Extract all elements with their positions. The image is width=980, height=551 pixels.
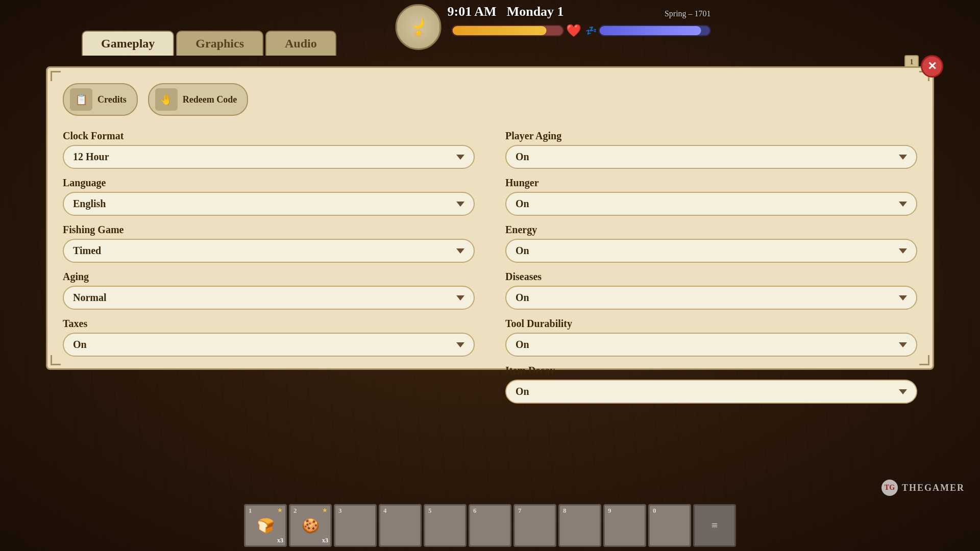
slot-4-number: 4 [383,507,387,515]
hotbar-slot-0[interactable]: 0 [648,504,691,547]
hotbar-slot-3[interactable]: 3 [334,504,377,547]
language-value: English [73,198,106,210]
item-decay-dropdown[interactable]: On [505,380,917,404]
energy-bar [599,25,711,36]
hotbar: 1 ★ 🍞 x3 2 ★ 🍪 x3 3 4 5 6 7 8 9 0 ≡ [0,500,980,551]
hunger-arrow [899,202,907,207]
tab-audio[interactable]: Audio [265,31,336,56]
hunger-dropdown[interactable]: On [505,192,917,216]
hotbar-slot-8[interactable]: 8 [558,504,601,547]
item-decay-value: On [516,386,529,397]
hud-season: Spring – 1701 [665,9,711,18]
player-aging-value: On [516,151,529,163]
hotbar-menu-button[interactable]: ≡ [693,504,736,547]
aging-value: Normal [73,292,107,304]
energy-label: Energy [505,224,917,236]
hud-day: Monday 1 [507,4,564,19]
diseases-label: Diseases [505,271,917,283]
health-bar-container: ❤️ [452,23,581,38]
health-fill [453,26,547,35]
hotbar-slot-4[interactable]: 4 [379,504,422,547]
clock-format-dropdown[interactable]: 12 Hour [63,145,475,169]
redeem-label: Redeem Code [183,94,237,105]
hotbar-slot-2[interactable]: 2 ★ 🍪 x3 [289,504,332,547]
hunger-value: On [516,198,529,210]
settings-grid: Clock Format 12 Hour Language English Fi… [63,130,917,412]
left-settings-column: Clock Format 12 Hour Language English Fi… [63,130,475,412]
language-label: Language [63,177,475,189]
hotbar-slot-7[interactable]: 7 [513,504,556,547]
setting-energy: Energy On [505,224,917,263]
tabs-container: Gameplay Graphics Audio [82,31,336,56]
menu-icon: ≡ [712,519,718,532]
slot-1-count: x3 [277,537,283,544]
taxes-dropdown[interactable]: On [63,333,475,357]
hotbar-slot-6[interactable]: 6 [469,504,511,547]
credits-icon: 📋 [70,88,92,111]
diseases-value: On [516,292,529,304]
energy-dropdown[interactable]: On [505,239,917,263]
fishing-game-dropdown[interactable]: Timed [63,239,475,263]
health-bar [452,25,564,36]
watermark-logo: TG [881,480,898,496]
tool-durability-dropdown[interactable]: On [505,333,917,357]
slot-2-star: ★ [322,507,328,514]
tab-graphics[interactable]: Graphics [176,31,263,56]
setting-clock-format: Clock Format 12 Hour [63,130,475,169]
hotbar-slot-5[interactable]: 5 [424,504,467,547]
zzz-icon: 💤 [585,25,597,36]
setting-hunger: Hunger On [505,177,917,216]
main-panel: 📋 Credits 🤚 Redeem Code Clock Format 12 … [46,66,934,370]
language-dropdown[interactable]: English [63,192,475,216]
clock-format-label: Clock Format [63,130,475,142]
redeem-button[interactable]: 🤚 Redeem Code [148,83,248,116]
setting-item-decay: Item Decay On [505,365,917,404]
clock-display: 🌙 ☀️ [396,4,442,50]
watermark-text: THEGAMER [902,483,965,493]
setting-player-aging: Player Aging On [505,130,917,169]
energy-bar-container: 💤 [585,25,711,36]
aging-arrow [456,295,464,300]
player-aging-label: Player Aging [505,130,917,142]
tool-durability-label: Tool Durability [505,318,917,330]
aging-dropdown[interactable]: Normal [63,286,475,310]
setting-taxes: Taxes On [63,318,475,357]
credits-button[interactable]: 📋 Credits [63,83,138,116]
corner-decoration-tl [51,71,61,81]
item-decay-arrow [899,389,907,394]
setting-fishing-game: Fishing Game Timed [63,224,475,263]
corner-decoration-bl [51,355,61,365]
slot-1-star: ★ [277,507,283,514]
language-arrow [456,202,464,207]
setting-tool-durability: Tool Durability On [505,318,917,357]
setting-language: Language English [63,177,475,216]
aging-label: Aging [63,271,475,283]
tool-durability-value: On [516,339,529,350]
heart-icon: ❤️ [566,23,581,38]
tool-durability-arrow [899,342,907,347]
hud-time: 9:01 AM [448,4,497,19]
close-button[interactable]: ✕ [921,55,943,78]
item-decay-label: Item Decay [505,365,917,377]
slot-1-item: 🍞 [257,517,275,534]
player-aging-dropdown[interactable]: On [505,145,917,169]
energy-arrow [899,248,907,254]
fishing-game-arrow [456,248,464,254]
slot-1-number: 1 [249,507,252,515]
slot-2-number: 2 [293,507,297,515]
hud-center: 🌙 ☀️ 9:01 AM Monday 1 Spring – 1701 ❤️ 💤 [396,0,711,50]
hud-bars: ❤️ 💤 [452,23,711,38]
tab-gameplay[interactable]: Gameplay [82,31,174,56]
hotbar-slot-1[interactable]: 1 ★ 🍞 x3 [244,504,287,547]
slot-8-number: 8 [563,507,567,515]
energy-value: On [516,245,529,257]
redeem-icon: 🤚 [155,88,178,111]
diseases-arrow [899,295,907,300]
hotbar-slot-9[interactable]: 9 [603,504,646,547]
setting-diseases: Diseases On [505,271,917,310]
slot-9-number: 9 [608,507,611,515]
diseases-dropdown[interactable]: On [505,286,917,310]
slot-0-number: 0 [653,507,656,515]
right-settings-column: Player Aging On Hunger On Energy On [505,130,917,412]
slot-2-item: 🍪 [302,517,320,534]
